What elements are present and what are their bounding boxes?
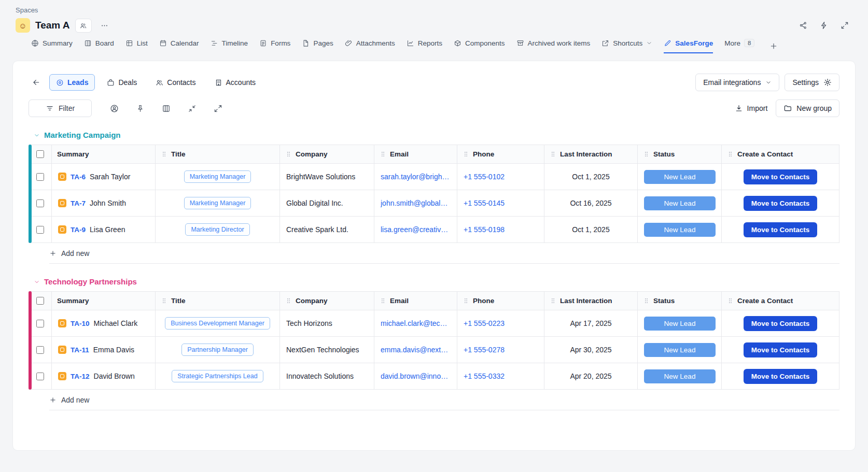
- phone-link[interactable]: +1 555-0332: [464, 372, 505, 380]
- tab-components[interactable]: Components: [454, 39, 505, 53]
- column-header-last-interaction[interactable]: Last Interaction: [560, 150, 612, 158]
- tab-deals[interactable]: Deals: [100, 74, 144, 91]
- fullscreen-button[interactable]: [837, 18, 852, 33]
- tab-more[interactable]: More8: [724, 39, 754, 53]
- tab-summary[interactable]: Summary: [31, 39, 73, 53]
- row-checkbox[interactable]: [36, 373, 44, 380]
- chevron-down-icon[interactable]: [34, 279, 40, 285]
- members-button[interactable]: [75, 19, 92, 33]
- back-button[interactable]: [29, 75, 44, 90]
- columns-button[interactable]: [160, 103, 172, 114]
- row-checkbox[interactable]: [36, 199, 44, 207]
- email-link[interactable]: john.smith@global…: [381, 199, 451, 207]
- filter-button[interactable]: Filter: [29, 99, 92, 117]
- select-all-checkbox[interactable]: [36, 150, 44, 158]
- group-header[interactable]: Technology Partnerships: [34, 277, 839, 286]
- row-checkbox[interactable]: [36, 226, 44, 234]
- phone-link[interactable]: +1 555-0223: [464, 319, 505, 327]
- more-options-button[interactable]: [97, 18, 113, 33]
- phone-link[interactable]: +1 555-0278: [464, 346, 505, 354]
- tab-timeline[interactable]: Timeline: [211, 39, 248, 53]
- column-header-status[interactable]: Status: [653, 150, 675, 158]
- breadcrumb[interactable]: Spaces: [16, 6, 852, 14]
- tab-attachments[interactable]: Attachments: [345, 39, 395, 53]
- column-header-create-contact[interactable]: Create a Contact: [737, 297, 793, 305]
- import-button[interactable]: Import: [735, 104, 768, 112]
- drag-handle-icon[interactable]: [643, 151, 650, 158]
- select-all-checkbox[interactable]: [36, 297, 44, 305]
- move-to-contacts-button[interactable]: Move to Contacts: [744, 342, 817, 357]
- tab-board[interactable]: Board: [84, 39, 114, 53]
- add-new-row[interactable]: Add new: [49, 243, 839, 264]
- tab-salesforge[interactable]: SalesForge: [664, 39, 713, 53]
- chevron-down-icon[interactable]: [34, 132, 40, 138]
- column-header-create-contact[interactable]: Create a Contact: [737, 150, 793, 158]
- tab-shortcuts[interactable]: Shortcuts: [601, 39, 652, 53]
- status-new-lead-button[interactable]: New Lead: [644, 369, 716, 383]
- column-header-email[interactable]: Email: [390, 150, 409, 158]
- phone-link[interactable]: +1 555-0102: [464, 173, 505, 181]
- drag-handle-icon[interactable]: [463, 297, 469, 304]
- add-new-row[interactable]: Add new: [49, 390, 839, 410]
- phone-link[interactable]: +1 555-0198: [464, 225, 505, 234]
- tab-archived-work-items[interactable]: Archived work items: [516, 39, 591, 53]
- work-item-id[interactable]: TA-7: [71, 199, 86, 207]
- tab-calendar[interactable]: Calendar: [159, 39, 199, 53]
- quick-actions-button[interactable]: [816, 18, 832, 33]
- work-item-id[interactable]: TA-9: [71, 226, 86, 234]
- table-row[interactable]: TA-10Michael Clark Business Development …: [29, 310, 839, 337]
- summary-cell[interactable]: TA-7John Smith: [58, 199, 149, 207]
- tab-accounts[interactable]: Accounts: [208, 74, 263, 91]
- move-to-contacts-button[interactable]: Move to Contacts: [744, 369, 817, 384]
- move-to-contacts-button[interactable]: Move to Contacts: [744, 196, 817, 211]
- tab-leads[interactable]: Leads: [49, 74, 95, 91]
- drag-handle-icon[interactable]: [550, 151, 556, 158]
- status-new-lead-button[interactable]: New Lead: [644, 196, 716, 210]
- new-group-button[interactable]: New group: [776, 99, 839, 117]
- table-row[interactable]: TA-11Emma Davis Partnership Manager Next…: [29, 337, 839, 363]
- drag-handle-icon[interactable]: [161, 297, 167, 304]
- share-button[interactable]: [795, 18, 811, 33]
- group-header[interactable]: Marketing Campaign: [34, 131, 839, 139]
- column-header-phone[interactable]: Phone: [473, 297, 494, 305]
- column-header-last-interaction[interactable]: Last Interaction: [560, 297, 612, 305]
- work-item-id[interactable]: TA-6: [71, 173, 86, 181]
- drag-handle-icon[interactable]: [380, 151, 386, 158]
- drag-handle-icon[interactable]: [463, 151, 469, 158]
- move-to-contacts-button[interactable]: Move to Contacts: [744, 222, 817, 237]
- table-row[interactable]: TA-9Lisa Green Marketing Director Creati…: [29, 217, 839, 243]
- drag-handle-icon[interactable]: [285, 297, 292, 304]
- status-new-lead-button[interactable]: New Lead: [644, 343, 716, 357]
- email-link[interactable]: lisa.green@creativ…: [381, 225, 451, 234]
- tab-forms[interactable]: Forms: [259, 39, 290, 53]
- summary-cell[interactable]: TA-9Lisa Green: [58, 225, 149, 234]
- email-link[interactable]: david.brown@innov…: [381, 372, 451, 380]
- column-header-company[interactable]: Company: [296, 150, 328, 158]
- work-item-id[interactable]: TA-10: [71, 320, 90, 327]
- column-header-summary[interactable]: Summary: [57, 297, 89, 305]
- collapse-button[interactable]: [186, 103, 198, 114]
- column-header-company[interactable]: Company: [296, 297, 328, 305]
- column-header-email[interactable]: Email: [390, 297, 409, 305]
- summary-cell[interactable]: TA-11Emma Davis: [58, 346, 149, 354]
- drag-handle-icon[interactable]: [643, 297, 650, 304]
- email-integrations-button[interactable]: Email integrations: [695, 74, 779, 91]
- column-header-summary[interactable]: Summary: [57, 150, 89, 158]
- work-item-id[interactable]: TA-11: [71, 346, 89, 354]
- settings-button[interactable]: Settings: [785, 74, 839, 91]
- row-checkbox[interactable]: [36, 173, 44, 181]
- summary-cell[interactable]: TA-6Sarah Taylor: [58, 173, 149, 181]
- email-link[interactable]: michael.clark@tech…: [381, 319, 451, 327]
- status-new-lead-button[interactable]: New Lead: [644, 223, 716, 237]
- work-item-id[interactable]: TA-12: [71, 373, 90, 380]
- drag-handle-icon[interactable]: [727, 297, 734, 304]
- drag-handle-icon[interactable]: [285, 151, 292, 158]
- status-new-lead-button[interactable]: New Lead: [644, 170, 716, 184]
- email-link[interactable]: sarah.taylor@brigh…: [381, 173, 451, 181]
- column-header-title[interactable]: Title: [171, 150, 186, 158]
- table-row[interactable]: TA-7John Smith Marketing Manager Global …: [29, 190, 839, 217]
- pin-button[interactable]: [134, 103, 146, 114]
- drag-handle-icon[interactable]: [161, 151, 167, 158]
- phone-link[interactable]: +1 555-0145: [464, 199, 505, 207]
- assignee-display-button[interactable]: [108, 103, 120, 114]
